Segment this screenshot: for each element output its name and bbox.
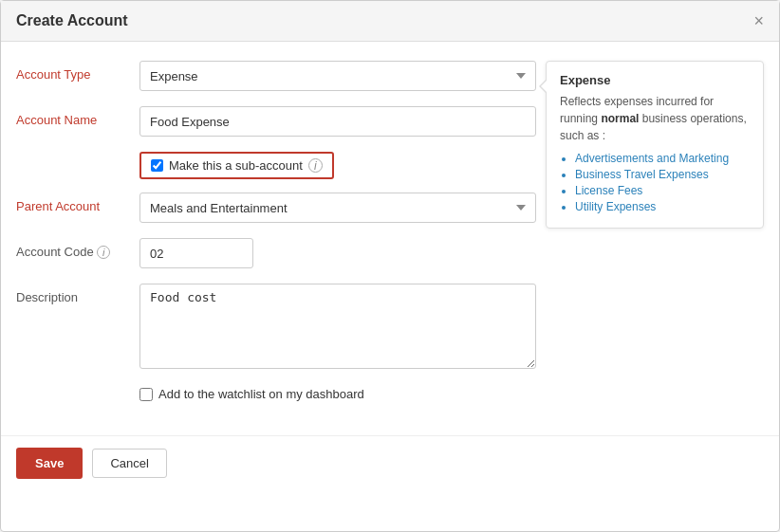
account-type-label: Account Type bbox=[16, 61, 139, 82]
parent-account-row: Parent Account Meals and Entertainment O… bbox=[16, 193, 536, 223]
modal-footer: Save Cancel bbox=[1, 435, 779, 490]
account-type-row: Account Type Expense Income Asset Liabil… bbox=[16, 61, 536, 91]
list-item: Utility Expenses bbox=[575, 200, 750, 213]
close-button[interactable]: × bbox=[753, 12, 764, 29]
account-name-input[interactable] bbox=[139, 106, 536, 137]
info-panel-desc-part1: Reflects expenses incurred for running n… bbox=[560, 95, 747, 142]
account-code-input[interactable] bbox=[139, 238, 253, 268]
sub-account-wrapper: Make this a sub-account i bbox=[16, 152, 536, 179]
modal-body: Account Type Expense Income Asset Liabil… bbox=[1, 42, 779, 435]
description-textarea[interactable]: Food cost bbox=[139, 284, 536, 369]
account-code-control bbox=[139, 238, 536, 268]
sub-account-label: Make this a sub-account bbox=[169, 158, 303, 173]
account-type-control: Expense Income Asset Liability bbox=[139, 61, 536, 91]
create-account-modal: Create Account × Account Type Expense In… bbox=[0, 0, 780, 532]
account-name-label: Account Name bbox=[16, 106, 139, 127]
expense-info-panel: Expense Reflects expenses incurred for r… bbox=[546, 61, 764, 229]
modal-header: Create Account × bbox=[1, 1, 779, 42]
sub-account-checkbox-box: Make this a sub-account i bbox=[139, 152, 334, 179]
watchlist-label: Add to the watchlist on my dashboard bbox=[158, 387, 364, 401]
description-label: Description bbox=[16, 284, 139, 304]
modal-title: Create Account bbox=[16, 12, 128, 29]
watchlist-checkbox[interactable] bbox=[139, 388, 153, 401]
info-panel-title: Expense bbox=[560, 73, 750, 87]
form-section: Account Type Expense Income Asset Liabil… bbox=[16, 61, 536, 416]
list-item: Advertisements and Marketing bbox=[575, 152, 750, 165]
account-name-row: Account Name bbox=[16, 106, 536, 137]
list-item: Business Travel Expenses bbox=[575, 168, 750, 181]
account-code-info-icon: i bbox=[97, 246, 110, 259]
description-row: Description Food cost bbox=[16, 284, 536, 372]
account-code-row: Account Code i bbox=[16, 238, 536, 268]
save-button[interactable]: Save bbox=[16, 448, 83, 479]
info-panel-list: Advertisements and Marketing Business Tr… bbox=[560, 152, 750, 213]
sub-account-checkbox[interactable] bbox=[151, 159, 163, 172]
description-control: Food cost bbox=[139, 284, 536, 372]
account-type-select[interactable]: Expense Income Asset Liability bbox=[139, 61, 536, 91]
parent-account-label: Parent Account bbox=[16, 193, 139, 213]
parent-account-control: Meals and Entertainment Other bbox=[139, 193, 536, 223]
account-code-input-row bbox=[139, 238, 536, 268]
cancel-button[interactable]: Cancel bbox=[92, 449, 166, 478]
list-item: License Fees bbox=[575, 184, 750, 197]
parent-account-select[interactable]: Meals and Entertainment Other bbox=[139, 193, 536, 223]
account-code-label: Account Code i bbox=[16, 238, 139, 259]
sub-account-info-icon: i bbox=[308, 158, 323, 173]
watchlist-row: Add to the watchlist on my dashboard bbox=[16, 387, 536, 401]
account-name-control bbox=[139, 106, 536, 137]
info-panel-description: Reflects expenses incurred for running n… bbox=[560, 93, 750, 144]
